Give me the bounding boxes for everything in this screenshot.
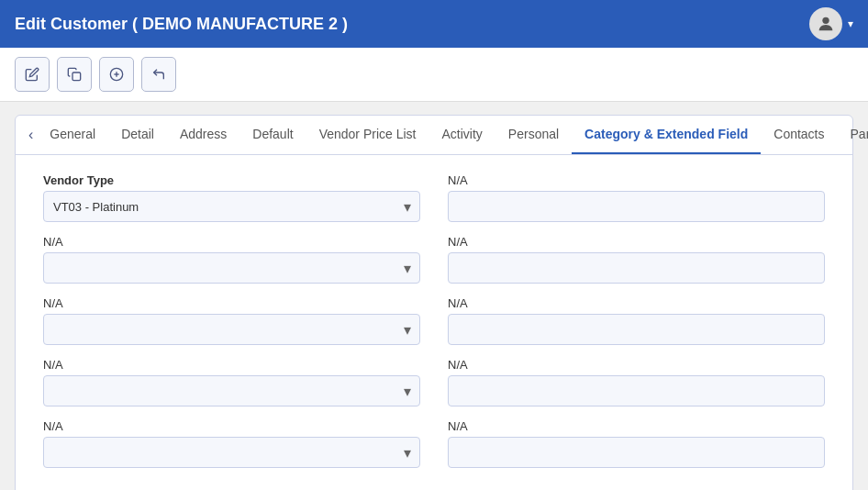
toolbar — [0, 48, 868, 102]
left-na-group-2: N/A — [43, 296, 420, 345]
tab-general[interactable]: General — [37, 116, 108, 154]
left-na-select-wrapper-4 — [43, 437, 420, 468]
right-na-input-1[interactable] — [448, 191, 825, 222]
right-na-group-4: N/A — [448, 358, 825, 406]
tab-part-alia[interactable]: Part Alia — [838, 116, 868, 154]
vendor-type-select[interactable]: VT03 - Platinum — [43, 191, 420, 222]
left-na-select-1[interactable] — [43, 252, 420, 284]
right-na-input-3[interactable] — [448, 314, 825, 345]
form-grid: Vendor Type VT03 - Platinum N/A — [43, 173, 825, 481]
form-card: ‹ General Detail Address Default Vendor … — [15, 115, 853, 490]
tab-address[interactable]: Address — [167, 116, 239, 154]
tab-detail[interactable]: Detail — [108, 116, 167, 154]
right-na-group-1: N/A — [448, 173, 825, 222]
left-na-label-3: N/A — [43, 358, 420, 372]
left-na-select-3[interactable] — [43, 375, 420, 406]
left-na-label-1: N/A — [43, 235, 420, 249]
tab-contacts[interactable]: Contacts — [761, 116, 837, 154]
right-na-group-2: N/A — [448, 235, 825, 284]
left-na-select-wrapper-1 — [43, 252, 420, 284]
right-column: N/A N/A N/A N/A — [448, 173, 825, 481]
vendor-type-group: Vendor Type VT03 - Platinum — [43, 173, 420, 222]
tabs-nav: ‹ General Detail Address Default Vendor … — [16, 116, 852, 155]
tab-activity[interactable]: Activity — [429, 116, 495, 154]
left-na-select-2[interactable] — [43, 314, 420, 345]
user-menu[interactable]: ▾ — [809, 7, 853, 40]
vendor-type-label: Vendor Type — [43, 173, 420, 187]
edit-button[interactable] — [15, 57, 50, 92]
header: Edit Customer ( DEMO MANUFACTURE 2 ) ▾ — [0, 0, 868, 48]
main-content: ‹ General Detail Address Default Vendor … — [0, 102, 868, 490]
tab-vendor-price-list[interactable]: Vendor Price List — [306, 116, 429, 154]
user-dropdown-arrow: ▾ — [848, 17, 853, 30]
left-column: Vendor Type VT03 - Platinum N/A — [43, 173, 420, 481]
tabs-prev-button[interactable]: ‹ — [25, 116, 37, 154]
right-na-input-4[interactable] — [448, 375, 825, 406]
left-na-group-1: N/A — [43, 235, 420, 284]
right-na-group-3: N/A — [448, 296, 825, 345]
add-button[interactable] — [99, 57, 134, 92]
copy-button[interactable] — [57, 57, 92, 92]
right-na-label-4: N/A — [448, 358, 825, 372]
form-area: Vendor Type VT03 - Platinum N/A — [16, 155, 852, 490]
svg-rect-1 — [72, 72, 81, 81]
back-button[interactable] — [141, 57, 176, 92]
tab-category-extended-field[interactable]: Category & Extended Field — [572, 116, 761, 154]
tab-default[interactable]: Default — [239, 116, 306, 154]
vendor-type-select-wrapper: VT03 - Platinum — [43, 191, 420, 222]
right-na-label-1: N/A — [448, 173, 825, 187]
right-na-input-2[interactable] — [448, 252, 825, 284]
right-na-input-5[interactable] — [448, 437, 825, 468]
left-na-select-4[interactable] — [43, 437, 420, 468]
left-na-select-wrapper-3 — [43, 375, 420, 406]
right-na-group-5: N/A — [448, 419, 825, 468]
avatar — [809, 7, 842, 40]
left-na-label-2: N/A — [43, 296, 420, 310]
left-na-group-3: N/A — [43, 358, 420, 406]
right-na-label-3: N/A — [448, 296, 825, 310]
left-na-label-4: N/A — [43, 419, 420, 433]
page-title: Edit Customer ( DEMO MANUFACTURE 2 ) — [15, 15, 348, 34]
svg-point-0 — [822, 17, 829, 24]
left-na-group-4: N/A — [43, 419, 420, 468]
right-na-label-2: N/A — [448, 235, 825, 249]
tab-personal[interactable]: Personal — [495, 116, 572, 154]
right-na-label-5: N/A — [448, 419, 825, 433]
left-na-select-wrapper-2 — [43, 314, 420, 345]
